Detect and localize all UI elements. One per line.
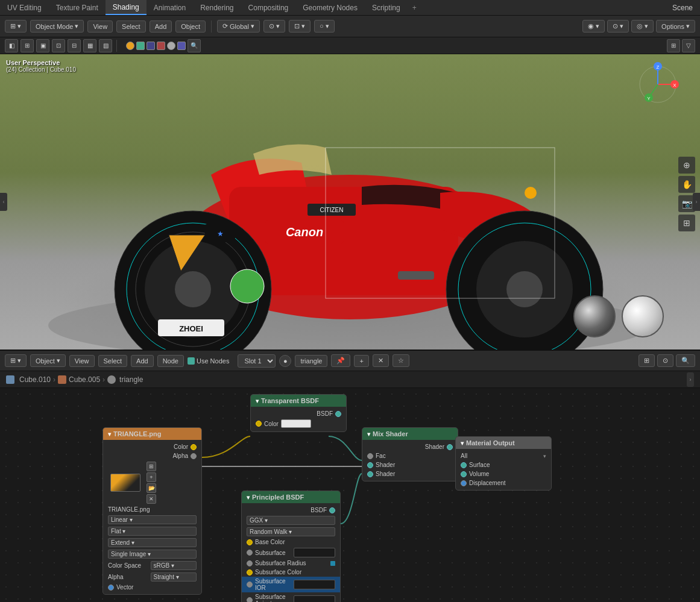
subsurface-socket[interactable] bbox=[247, 550, 253, 556]
effect-icon bbox=[177, 42, 186, 50]
breadcrumb-cube005[interactable]: Cube.005 bbox=[69, 375, 100, 384]
subsurface-anisotropy-socket[interactable] bbox=[247, 597, 253, 602]
filter-icon[interactable]: ▽ bbox=[682, 39, 695, 52]
linear-dropdown[interactable]: Linear ▾ bbox=[108, 515, 197, 524]
mode-icon-7[interactable]: ▧ bbox=[99, 39, 112, 52]
use-nodes-view-btn[interactable]: ⊙ bbox=[657, 354, 673, 367]
viewport-shading-btn[interactable]: ◉ ▾ bbox=[582, 20, 605, 33]
gizmo-btn[interactable]: ◎ ▾ bbox=[631, 20, 654, 33]
base-color-socket[interactable] bbox=[247, 539, 253, 545]
transform-dropdown[interactable]: ⟳ Global ▾ bbox=[217, 20, 260, 33]
extend-dropdown[interactable]: Extend ▾ bbox=[108, 538, 197, 547]
object-menu[interactable]: Object bbox=[175, 20, 206, 33]
ggx-dropdown[interactable]: GGX ▾ bbox=[247, 516, 335, 525]
principled-bsdf-output-socket[interactable] bbox=[329, 507, 335, 513]
mode-icon-6[interactable]: ▦ bbox=[83, 39, 96, 52]
tab-compositing[interactable]: Compositing bbox=[241, 0, 296, 15]
material-name-field[interactable]: triangle bbox=[295, 355, 327, 367]
mode-icon-3[interactable]: ▣ bbox=[36, 39, 49, 52]
layout-icon[interactable]: ⊞ bbox=[667, 39, 680, 52]
color-output-socket[interactable] bbox=[191, 444, 197, 450]
tab-geometry-nodes[interactable]: Geometry Nodes bbox=[295, 0, 365, 15]
subsurface-ior-socket[interactable] bbox=[247, 582, 253, 588]
tab-shading[interactable]: Shading bbox=[106, 0, 147, 15]
colorspace-dropdown[interactable]: sRGB ▾ bbox=[151, 561, 197, 570]
flat-dropdown[interactable]: Flat ▾ bbox=[108, 527, 197, 536]
displacement-input-socket[interactable] bbox=[461, 480, 467, 486]
viewport-3d[interactable]: Canon CITIZEN ★ ZHOEI User Perspective (… bbox=[0, 54, 700, 350]
shader-node-menu[interactable]: Node bbox=[157, 355, 184, 367]
search-icon[interactable]: 🔍 bbox=[188, 39, 201, 52]
alpha-dropdown[interactable]: Straight ▾ bbox=[151, 572, 197, 582]
mode-icon-1[interactable]: ◧ bbox=[5, 39, 18, 52]
mode-icon-5[interactable]: ⊟ bbox=[68, 39, 81, 52]
shader-editor-type-btn[interactable]: ⊞ ▾ bbox=[5, 354, 27, 367]
material-sphere-icon[interactable]: ● bbox=[279, 355, 291, 367]
open-image-btn[interactable]: 📂 bbox=[147, 483, 156, 493]
alpha-output-socket[interactable] bbox=[191, 453, 197, 459]
delete-material-btn[interactable]: ✕ bbox=[373, 354, 389, 367]
collapse-left-panel-btn[interactable]: ‹ bbox=[0, 193, 7, 211]
new-image-btn[interactable]: + bbox=[147, 472, 156, 482]
shader-add-menu[interactable]: Add bbox=[131, 355, 154, 367]
slot-dropdown[interactable]: Slot 1 bbox=[238, 354, 276, 368]
use-nodes-checkbox[interactable] bbox=[188, 357, 195, 365]
use-nodes-toggle[interactable]: Use Nodes bbox=[188, 357, 229, 365]
options-btn[interactable]: Options ▾ bbox=[656, 20, 695, 33]
mode-icon-4[interactable]: ⊡ bbox=[52, 39, 65, 52]
overlay-btn[interactable]: ⊙ ▾ bbox=[607, 20, 629, 33]
subsurface-value[interactable]: 0.000 bbox=[294, 548, 336, 557]
delete-image-btn[interactable]: ✕ bbox=[147, 494, 156, 504]
view-menu[interactable]: View bbox=[87, 20, 113, 33]
collapse-right-panel-btn[interactable]: › bbox=[693, 193, 700, 211]
tab-rendering[interactable]: Rendering bbox=[193, 0, 241, 15]
shader-select-menu[interactable]: Select bbox=[98, 355, 128, 367]
mode-icon-2[interactable]: ⊞ bbox=[20, 39, 34, 52]
pan-icon[interactable]: ✋ bbox=[678, 176, 695, 193]
transparent-color-input[interactable] bbox=[256, 421, 262, 427]
new-material-btn[interactable]: + bbox=[354, 355, 368, 367]
vector-input-socket[interactable] bbox=[108, 585, 114, 591]
add-menu[interactable]: Add bbox=[150, 20, 172, 33]
mix-shader-output-socket[interactable] bbox=[447, 444, 453, 450]
mix-shader2-input[interactable] bbox=[367, 471, 373, 477]
random-walk-dropdown[interactable]: Random Walk ▾ bbox=[247, 527, 335, 536]
add-workspace-button[interactable]: + bbox=[408, 1, 421, 14]
principled-subsurface-radius-row: Subsurface Radius bbox=[242, 559, 340, 568]
zoom-in-icon[interactable]: ⊕ bbox=[678, 157, 695, 174]
subsurface-anisotropy-value[interactable]: 0.000 bbox=[294, 595, 336, 602]
browse-image-btn[interactable]: ⊞ bbox=[147, 462, 156, 471]
tab-uv-editing[interactable]: UV Editing bbox=[0, 0, 49, 15]
pin-material-btn[interactable]: 📌 bbox=[331, 354, 350, 367]
subsurface-color-socket[interactable] bbox=[247, 569, 253, 575]
subsurface-radius-socket[interactable] bbox=[247, 560, 253, 566]
object-mode-dropdown[interactable]: Object Mode ▾ bbox=[30, 20, 84, 33]
grid-icon[interactable]: ⊞ bbox=[678, 215, 695, 231]
top-menu-bar: UV Editing Texture Paint Shading Animati… bbox=[0, 0, 700, 16]
node-layout-btn[interactable]: ⊞ bbox=[639, 354, 655, 367]
proportional-btn[interactable]: ○ ▾ bbox=[314, 20, 335, 33]
bsdf-output-socket[interactable] bbox=[335, 411, 341, 417]
fake-user-btn[interactable]: ☆ bbox=[393, 354, 409, 367]
tab-texture-paint[interactable]: Texture Paint bbox=[49, 0, 106, 15]
shader-canvas[interactable]: ▾ TRIANGLE.png Color Alpha ⊞ + 📂 ✕ bbox=[0, 388, 700, 602]
transform-pivot-btn[interactable]: ⊙ ▾ bbox=[263, 20, 285, 33]
volume-input-socket[interactable] bbox=[461, 471, 467, 477]
mix-shader1-input[interactable] bbox=[367, 462, 373, 468]
select-menu[interactable]: Select bbox=[116, 20, 146, 33]
mix-fac-input[interactable] bbox=[367, 453, 373, 459]
single-image-dropdown[interactable]: Single Image ▾ bbox=[108, 550, 197, 559]
shader-object-dropdown[interactable]: Object ▾ bbox=[30, 354, 66, 367]
surface-input-socket[interactable] bbox=[461, 462, 467, 468]
tab-scripting[interactable]: Scripting bbox=[365, 0, 408, 15]
shader-view-menu[interactable]: View bbox=[69, 355, 95, 367]
breadcrumb-cube010[interactable]: Cube.010 bbox=[19, 375, 51, 384]
snapping-btn[interactable]: ⊡ ▾ bbox=[289, 20, 311, 33]
editor-type-button[interactable]: ⊞ ▾ bbox=[5, 20, 27, 33]
subsurface-ior-value[interactable]: 1.400 bbox=[294, 580, 336, 589]
collapse-node-panel-btn[interactable]: › bbox=[687, 372, 694, 387]
tab-animation[interactable]: Animation bbox=[147, 0, 193, 15]
breadcrumb-triangle[interactable]: triangle bbox=[119, 375, 143, 384]
transparent-color-swatch[interactable] bbox=[281, 419, 311, 428]
zoom-btn[interactable]: 🔍 bbox=[676, 354, 695, 367]
